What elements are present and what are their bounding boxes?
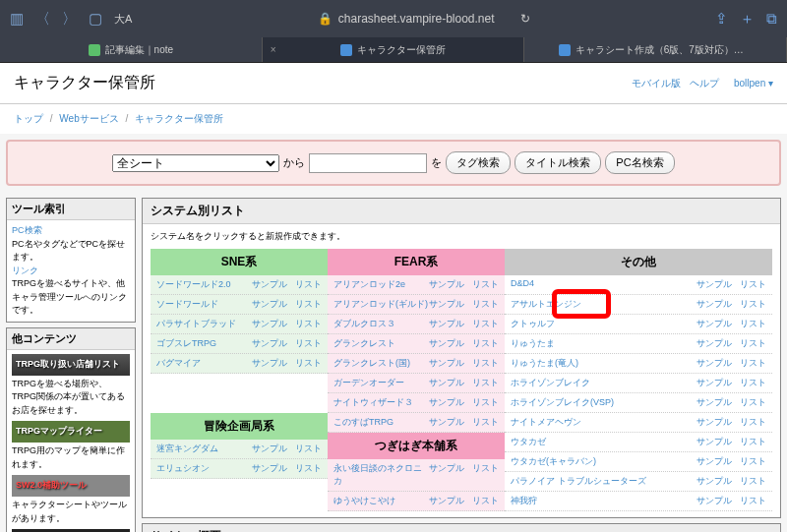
system-link[interactable]: バグマイア — [156, 357, 252, 370]
sample-link[interactable]: サンプル — [252, 337, 287, 350]
sample-link[interactable]: サンプル — [252, 318, 287, 330]
back-icon[interactable]: 〈 — [35, 10, 50, 29]
sample-link[interactable]: サンプル — [696, 298, 732, 311]
list-link[interactable]: リスト — [472, 495, 499, 507]
crumb-web[interactable]: Webサービス — [59, 113, 118, 124]
system-link[interactable]: ソードワールド — [156, 298, 252, 311]
sample-link[interactable]: サンプル — [252, 278, 287, 291]
system-link[interactable]: 迷宮キングダム — [156, 443, 252, 455]
system-link[interactable]: 永い後日談のネクロニカ — [333, 462, 429, 488]
system-link[interactable]: りゅうたま(竜人) — [511, 357, 696, 370]
sample-link[interactable]: サンプル — [429, 318, 464, 330]
sample-link[interactable]: サンプル — [429, 396, 464, 409]
system-link[interactable]: ナイトウィザード３ — [333, 396, 429, 409]
list-link[interactable]: リスト — [295, 318, 322, 330]
system-link[interactable]: ホライゾンブレイク — [511, 377, 696, 389]
system-link[interactable]: ガーデンオーダー — [333, 377, 429, 389]
list-link[interactable]: リスト — [472, 337, 499, 350]
system-link[interactable]: グランクレスト(国) — [333, 357, 429, 370]
system-link[interactable]: ダブルクロス３ — [333, 318, 429, 330]
close-icon[interactable]: × — [271, 44, 276, 55]
sample-link[interactable]: サンプル — [252, 462, 287, 475]
system-link[interactable]: ゆうやけこやけ — [333, 495, 429, 507]
tabs-icon[interactable]: ⧉ — [766, 10, 777, 28]
system-link[interactable]: パラサイトブラッド — [156, 318, 252, 330]
system-link[interactable]: アリアンロッド(ギルド) — [333, 298, 429, 311]
list-link[interactable]: リスト — [295, 337, 322, 350]
sample-link[interactable]: サンプル — [429, 337, 464, 350]
zoom-label[interactable]: 大A — [114, 12, 132, 27]
list-link[interactable]: リスト — [740, 495, 766, 507]
tab-cthulhu[interactable]: キャラシート作成（6版、7版対応）｜クトゥルフWEBダイス — [524, 37, 787, 62]
crumb-top[interactable]: トップ — [14, 113, 43, 124]
sample-link[interactable]: サンプル — [429, 357, 464, 370]
tab-charasheet[interactable]: × キャラクター保管所 — [263, 37, 525, 62]
system-link[interactable]: アリアンロッド2e — [333, 278, 429, 291]
list-link[interactable]: リスト — [740, 416, 766, 429]
sample-link[interactable]: サンプル — [696, 278, 732, 291]
system-link[interactable]: 神我狩 — [511, 495, 696, 507]
sample-link[interactable]: サンプル — [696, 475, 732, 488]
reload-icon[interactable]: ↻ — [520, 12, 530, 26]
system-link[interactable]: ホライゾンブレイク(VSP) — [511, 396, 696, 409]
sample-link[interactable]: サンプル — [429, 462, 464, 488]
list-link[interactable]: リスト — [740, 436, 766, 448]
system-link[interactable]: このすばTRPG — [333, 416, 429, 429]
list-link[interactable]: リスト — [295, 462, 322, 475]
list-link[interactable]: リスト — [472, 278, 499, 291]
sidebar-icon[interactable]: ▥ — [10, 10, 24, 28]
list-link[interactable]: リスト — [740, 377, 766, 389]
search-input[interactable] — [309, 153, 427, 173]
sample-link[interactable]: サンプル — [696, 436, 732, 448]
sample-link[interactable]: サンプル — [429, 495, 464, 507]
sample-link[interactable]: サンプル — [696, 416, 732, 429]
sample-link[interactable]: サンプル — [252, 298, 287, 311]
tag-search-button[interactable]: タグ検索 — [446, 151, 511, 174]
crumb-cur[interactable]: キャラクター保管所 — [135, 113, 223, 124]
tab-note[interactable]: 記事編集｜note — [0, 37, 263, 62]
thumb-shop[interactable]: TRPG取り扱い店舗リスト — [12, 354, 130, 376]
help-link[interactable]: ヘルプ — [690, 78, 719, 89]
bookmark-icon[interactable]: ▢ — [89, 10, 102, 28]
list-link[interactable]: リスト — [740, 455, 766, 468]
list-link[interactable]: リスト — [472, 416, 499, 429]
sample-link[interactable]: サンプル — [429, 298, 464, 311]
sample-link[interactable]: サンプル — [429, 377, 464, 389]
url-bar[interactable]: 🔒 charasheet.vampire-blood.net ↻ — [144, 12, 703, 26]
list-link[interactable]: リスト — [295, 278, 322, 291]
list-link[interactable]: リスト — [740, 298, 766, 311]
sample-link[interactable]: サンプル — [252, 357, 287, 370]
system-link[interactable]: ナイトメアヘヴン — [511, 416, 696, 429]
list-link[interactable]: リスト — [472, 377, 499, 389]
links-link[interactable]: リンク — [12, 266, 38, 275]
pc-search-button[interactable]: PC名検索 — [605, 151, 674, 174]
list-link[interactable]: リスト — [740, 475, 766, 488]
list-link[interactable]: リスト — [740, 396, 766, 409]
sample-link[interactable]: サンプル — [696, 396, 732, 409]
sample-link[interactable]: サンプル — [696, 357, 732, 370]
list-link[interactable]: リスト — [472, 298, 499, 311]
system-link[interactable]: エリュシオン — [156, 462, 252, 475]
share-icon[interactable]: ⇪ — [715, 10, 728, 28]
pc-search-link[interactable]: PC検索 — [12, 225, 42, 235]
system-link[interactable]: クトゥルフ — [511, 318, 696, 330]
newtab-icon[interactable]: ＋ — [740, 10, 755, 29]
system-link[interactable]: りゅうたま — [511, 337, 696, 350]
list-link[interactable]: リスト — [740, 357, 766, 370]
list-link[interactable]: リスト — [295, 357, 322, 370]
sample-link[interactable]: サンプル — [252, 443, 287, 455]
list-link[interactable]: リスト — [740, 318, 766, 330]
sample-link[interactable]: サンプル — [696, 337, 732, 350]
sample-link[interactable]: サンプル — [696, 318, 732, 330]
sample-link[interactable]: サンプル — [696, 455, 732, 468]
list-link[interactable]: リスト — [472, 462, 499, 488]
system-link[interactable]: ゴブスレTRPG — [156, 337, 252, 350]
title-search-button[interactable]: タイトル検索 — [515, 151, 601, 174]
list-link[interactable]: リスト — [295, 443, 322, 455]
system-link[interactable]: グランクレスト — [333, 337, 429, 350]
list-link[interactable]: リスト — [472, 396, 499, 409]
list-link[interactable]: リスト — [740, 337, 766, 350]
user-menu[interactable]: bollpen ▾ — [728, 78, 773, 89]
forward-icon[interactable]: 〉 — [62, 10, 77, 29]
system-link[interactable]: ソードワールド2.0 — [156, 278, 252, 291]
